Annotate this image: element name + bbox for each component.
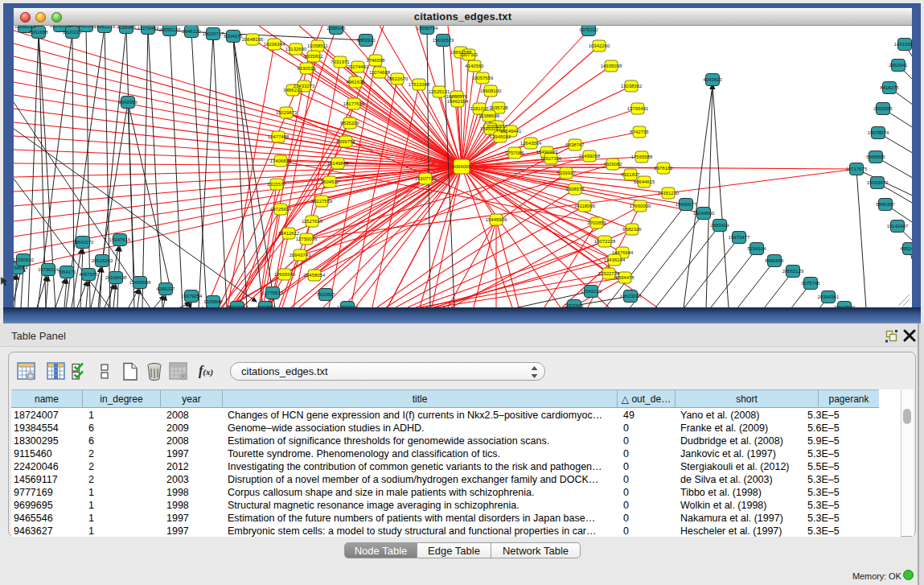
svg-text:6582326: 6582326 — [622, 227, 642, 232]
svg-text:1757086: 1757086 — [505, 150, 524, 155]
svg-text:17665640: 17665640 — [274, 272, 296, 277]
svg-text:11350932: 11350932 — [14, 257, 35, 262]
svg-text:17613348: 17613348 — [409, 82, 430, 87]
svg-text:20166438: 20166438 — [105, 275, 127, 280]
svg-text:19379254: 19379254 — [181, 294, 203, 299]
svg-text:4140560: 4140560 — [465, 64, 484, 68]
svg-text:16623006: 16623006 — [620, 294, 642, 299]
svg-text:14118095: 14118095 — [574, 204, 596, 208]
svg-text:19725914: 19725914 — [270, 207, 292, 212]
svg-text:15244500: 15244500 — [693, 211, 715, 216]
svg-text:7064171: 7064171 — [57, 270, 76, 274]
svg-text:15445909: 15445909 — [486, 217, 507, 222]
svg-text:4043823: 4043823 — [703, 77, 722, 82]
svg-text:15029873: 15029873 — [276, 110, 298, 115]
svg-text:11074688: 11074688 — [369, 70, 391, 75]
svg-text:4952451: 4952451 — [900, 246, 912, 251]
svg-text:13132690: 13132690 — [285, 47, 307, 51]
svg-text:17565588: 17565588 — [631, 154, 653, 159]
svg-text:9335812: 9335812 — [304, 54, 323, 59]
svg-text:15347616: 15347616 — [109, 237, 131, 242]
svg-text:8321837: 8321837 — [621, 172, 640, 177]
svg-text:18177615: 18177615 — [343, 101, 365, 106]
svg-text:11388699: 11388699 — [478, 113, 500, 118]
svg-text:2983419: 2983419 — [710, 223, 729, 228]
svg-text:6064065: 6064065 — [452, 164, 471, 169]
svg-text:16491923: 16491923 — [536, 150, 558, 154]
svg-text:13038362: 13038362 — [621, 84, 643, 89]
svg-text:16307710: 16307710 — [415, 176, 437, 181]
svg-text:11866024: 11866024 — [14, 26, 36, 29]
svg-text:6638767: 6638767 — [565, 142, 585, 147]
svg-text:20943743: 20943743 — [290, 253, 311, 257]
svg-text:3181037: 3181037 — [470, 106, 489, 111]
svg-text:20555120: 20555120 — [159, 27, 181, 32]
svg-text:18026717: 18026717 — [203, 31, 224, 36]
svg-text:13945012: 13945012 — [490, 134, 511, 139]
svg-text:5339937: 5339937 — [556, 171, 576, 175]
svg-text:19799114: 19799114 — [38, 267, 60, 272]
svg-text:19436144: 19436144 — [604, 257, 626, 262]
svg-text:14935038: 14935038 — [601, 64, 622, 68]
svg-text:8418275: 8418275 — [880, 85, 899, 90]
svg-text:12643564: 12643564 — [520, 141, 542, 146]
svg-text:16072228: 16072228 — [594, 239, 616, 244]
svg-text:14476944: 14476944 — [612, 250, 634, 255]
svg-text:9075310: 9075310 — [579, 27, 598, 32]
svg-text:11527619: 11527619 — [302, 219, 323, 224]
svg-text:16206344: 16206344 — [264, 42, 285, 47]
svg-text:11058511: 11058511 — [307, 43, 328, 48]
svg-text:2258145: 2258145 — [326, 26, 346, 31]
svg-text:3075745: 3075745 — [801, 281, 820, 286]
svg-text:20274461: 20274461 — [347, 64, 369, 69]
svg-text:8490656: 8490656 — [765, 258, 784, 263]
svg-text:5594478: 5594478 — [615, 275, 634, 280]
svg-text:15953222: 15953222 — [480, 126, 502, 131]
svg-text:3604511: 3604511 — [321, 179, 340, 184]
svg-text:15031529: 15031529 — [433, 38, 454, 43]
svg-text:5840397: 5840397 — [876, 202, 895, 207]
svg-text:20227559: 20227559 — [311, 199, 333, 204]
svg-text:10057659: 10057659 — [472, 76, 494, 80]
svg-text:3035728: 3035728 — [489, 105, 508, 110]
svg-text:10644615: 10644615 — [634, 179, 655, 184]
svg-text:19142407: 19142407 — [887, 224, 909, 229]
svg-text:12927396: 12927396 — [540, 156, 562, 161]
svg-text:19973477: 19973477 — [729, 235, 750, 240]
svg-text:18622670: 18622670 — [387, 76, 409, 81]
svg-text:11541029: 11541029 — [581, 289, 602, 294]
svg-text:9190519: 9190519 — [297, 66, 316, 71]
svg-text:10549441: 10549441 — [500, 129, 522, 134]
svg-text:12750036: 12750036 — [296, 237, 318, 241]
svg-text:4961630: 4961630 — [346, 80, 365, 84]
svg-text:2620223: 2620223 — [63, 30, 82, 35]
svg-text:17406879: 17406879 — [270, 159, 292, 163]
svg-text:6535209: 6535209 — [340, 121, 359, 126]
svg-text:4929082: 4929082 — [603, 162, 622, 167]
svg-text:20156684: 20156684 — [14, 266, 28, 270]
svg-text:10717675: 10717675 — [846, 167, 868, 171]
svg-text:3307301: 3307301 — [459, 52, 478, 57]
svg-text:19490077: 19490077 — [676, 202, 697, 207]
svg-text:18981216: 18981216 — [94, 26, 116, 29]
svg-text:8742735: 8742735 — [630, 130, 649, 134]
svg-text:4457975: 4457975 — [79, 272, 98, 277]
svg-text:3703859: 3703859 — [587, 220, 606, 225]
svg-text:12412612: 12412612 — [278, 231, 300, 236]
svg-text:14351230: 14351230 — [658, 191, 680, 196]
svg-text:12477488: 12477488 — [268, 134, 290, 139]
svg-text:6061658: 6061658 — [29, 30, 48, 35]
svg-text:2315577: 2315577 — [267, 182, 286, 187]
svg-text:2663941: 2663941 — [889, 63, 908, 68]
svg-text:14310388: 14310388 — [894, 42, 912, 47]
svg-text:21499058: 21499058 — [579, 154, 601, 159]
svg-text:14248078: 14248078 — [50, 26, 72, 28]
svg-text:18841570: 18841570 — [72, 240, 94, 245]
svg-text:2978182: 2978182 — [654, 166, 673, 171]
svg-text:3106848: 3106848 — [203, 299, 223, 304]
svg-text:3343959: 3343959 — [118, 100, 138, 105]
svg-text:6099754: 6099754 — [336, 139, 355, 144]
svg-text:16908100: 16908100 — [480, 89, 502, 93]
svg-text:2946120: 2946120 — [182, 29, 201, 34]
svg-text:17660000: 17660000 — [630, 204, 651, 208]
